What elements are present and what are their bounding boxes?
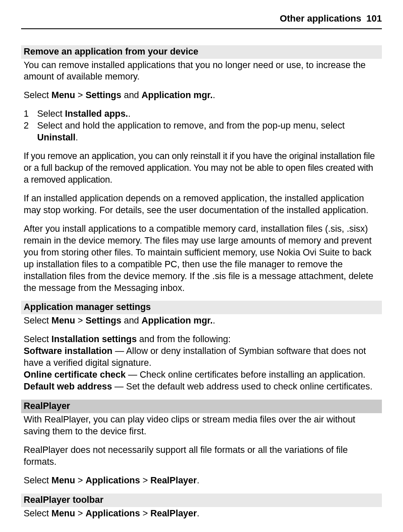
heading-remove-app: Remove an application from your device — [21, 45, 382, 59]
text: . — [197, 508, 199, 518]
installation-settings-label: Installation settings — [52, 334, 137, 344]
nav-app-mgr-2: Select Menu > Settings and Application m… — [21, 315, 382, 327]
text: . — [212, 90, 215, 100]
text: . — [212, 315, 215, 326]
text: and — [121, 315, 142, 326]
applications-label: Applications — [85, 475, 140, 485]
para-install-settings: Select Installation settings and from th… — [21, 334, 382, 346]
para-reinstall-note: If you remove an application, you can on… — [21, 151, 382, 186]
option-desc: — Set the default web address used to ch… — [112, 381, 373, 392]
realplayer-label: RealPlayer — [150, 508, 197, 518]
para-dependency-note: If an installed application depends on a… — [21, 193, 382, 217]
option-online-cert-check: Online certificate check — Check online … — [21, 369, 382, 381]
separator: > — [140, 475, 150, 485]
text: and — [121, 90, 142, 100]
text: Select — [37, 109, 65, 119]
option-label: Default web address — [24, 381, 112, 392]
text: Select — [24, 90, 52, 100]
page-header: Other applications 101 — [21, 13, 382, 29]
separator: > — [75, 315, 86, 326]
menu-label: Menu — [52, 475, 75, 485]
settings-label: Settings — [85, 315, 121, 326]
header-section-title: Other applications — [280, 13, 361, 25]
heading-realplayer: RealPlayer — [21, 400, 382, 413]
nav-realplayer-2: Select Menu > Applications > RealPlayer. — [21, 508, 382, 520]
para-remove-intro: You can remove installed applications th… — [21, 60, 382, 83]
text: Select and hold the application to remov… — [37, 121, 345, 131]
menu-label: Menu — [52, 508, 75, 518]
text: . — [128, 109, 131, 119]
step-text: Select and hold the application to remov… — [37, 120, 379, 144]
para-realplayer-formats: RealPlayer does not necessarily support … — [21, 444, 382, 468]
nav-realplayer-1: Select Menu > Applications > RealPlayer. — [21, 475, 382, 487]
page-number: 101 — [366, 13, 382, 25]
nav-app-mgr-1: Select Menu > Settings and Application m… — [21, 90, 382, 101]
text: . — [76, 132, 78, 143]
text: Select — [24, 334, 52, 344]
para-memory-card-note: After you install applications to a comp… — [21, 223, 382, 294]
heading-appmgr-settings: Application manager settings — [21, 301, 382, 314]
step-text: Select Installed apps.. — [37, 108, 131, 120]
text: . — [197, 475, 199, 485]
separator: > — [75, 90, 86, 100]
appmgr-label: Application mgr. — [142, 90, 212, 100]
step-number: 1 — [24, 108, 30, 120]
realplayer-label: RealPlayer — [150, 475, 197, 485]
separator: > — [75, 508, 86, 518]
text: Select — [24, 475, 52, 485]
appmgr-label: Application mgr. — [142, 315, 212, 326]
menu-label: Menu — [52, 90, 75, 100]
option-label: Online certificate check — [24, 370, 125, 380]
para-realplayer-intro: With RealPlayer, you can play video clip… — [21, 414, 382, 438]
installed-apps-label: Installed apps. — [65, 109, 128, 119]
remove-steps-list: 1 Select Installed apps.. 2 Select and h… — [21, 108, 382, 144]
settings-label: Settings — [85, 90, 121, 100]
step-item: 1 Select Installed apps.. — [24, 108, 379, 120]
step-item: 2 Select and hold the application to rem… — [24, 120, 379, 144]
option-label: Software installation — [24, 346, 112, 356]
text: Select — [24, 508, 52, 518]
option-default-web-address: Default web address — Set the default we… — [21, 381, 382, 393]
applications-label: Applications — [85, 508, 140, 518]
heading-realplayer-toolbar: RealPlayer toolbar — [21, 494, 382, 507]
uninstall-label: Uninstall — [37, 132, 76, 143]
separator: > — [140, 508, 150, 518]
separator: > — [75, 475, 86, 485]
option-desc: — Check online certificates before insta… — [125, 370, 365, 380]
step-number: 2 — [24, 120, 30, 144]
menu-label: Menu — [52, 315, 75, 326]
text: Select — [24, 315, 52, 326]
text: and from the following: — [137, 334, 231, 344]
option-software-installation: Software installation — Allow or deny in… — [21, 346, 382, 369]
